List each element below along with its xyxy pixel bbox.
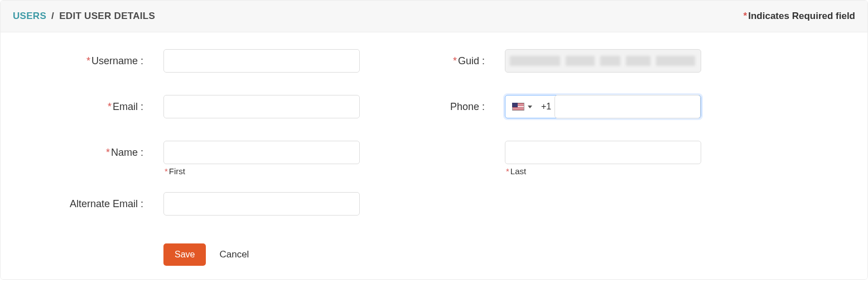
alternate-email-label: Alternate Email : bbox=[6, 198, 163, 210]
email-input[interactable] bbox=[163, 95, 360, 118]
form-row-4: Alternate Email : bbox=[6, 192, 862, 216]
required-star-icon: * bbox=[506, 166, 509, 176]
guid-readonly bbox=[505, 49, 701, 73]
breadcrumb-separator: / bbox=[49, 11, 56, 21]
form-row-3: *Name : *First *Last bbox=[6, 141, 862, 164]
required-note-text: Indicates Required field bbox=[748, 11, 855, 21]
required-star-icon: * bbox=[86, 55, 90, 66]
page-header: USERS / EDIT USER DETAILS *Indicates Req… bbox=[1, 1, 867, 32]
guid-obscured-value bbox=[510, 53, 696, 69]
form-row-2: *Email : Phone : +1 bbox=[6, 95, 862, 118]
username-input[interactable] bbox=[163, 49, 360, 73]
first-name-sublabel: *First bbox=[165, 166, 185, 176]
required-star-icon: * bbox=[108, 101, 112, 112]
us-flag-icon bbox=[512, 103, 524, 111]
breadcrumb-current: EDIT USER DETAILS bbox=[59, 11, 155, 21]
alternate-email-input[interactable] bbox=[163, 192, 360, 216]
phone-input-group[interactable]: +1 bbox=[505, 95, 701, 118]
required-field-note: *Indicates Required field bbox=[744, 11, 855, 22]
last-name-sublabel: *Last bbox=[506, 166, 526, 176]
breadcrumb: USERS / EDIT USER DETAILS bbox=[13, 11, 155, 22]
save-button[interactable]: Save bbox=[163, 243, 206, 266]
phone-country-select[interactable] bbox=[505, 95, 538, 118]
required-star-icon: * bbox=[453, 55, 457, 66]
edit-user-form: *Username : *Guid : bbox=[1, 32, 867, 279]
username-label: *Username : bbox=[6, 55, 163, 67]
required-star-icon: * bbox=[165, 166, 168, 176]
breadcrumb-root[interactable]: USERS bbox=[13, 11, 46, 21]
first-name-input[interactable] bbox=[163, 141, 360, 164]
required-star-icon: * bbox=[744, 11, 748, 21]
cancel-button[interactable]: Cancel bbox=[219, 249, 249, 260]
phone-label: Phone : bbox=[449, 101, 505, 113]
form-row-1: *Username : *Guid : bbox=[6, 49, 862, 73]
phone-number-input[interactable] bbox=[554, 95, 701, 118]
chevron-down-icon bbox=[528, 106, 532, 108]
form-actions: Save Cancel bbox=[6, 243, 862, 266]
email-label: *Email : bbox=[6, 101, 163, 113]
required-star-icon: * bbox=[106, 147, 110, 158]
name-label: *Name : bbox=[6, 147, 163, 159]
guid-label: *Guid : bbox=[449, 55, 505, 67]
phone-prefix: +1 bbox=[538, 102, 554, 112]
last-name-input[interactable] bbox=[505, 141, 701, 164]
edit-user-page: USERS / EDIT USER DETAILS *Indicates Req… bbox=[0, 0, 868, 280]
